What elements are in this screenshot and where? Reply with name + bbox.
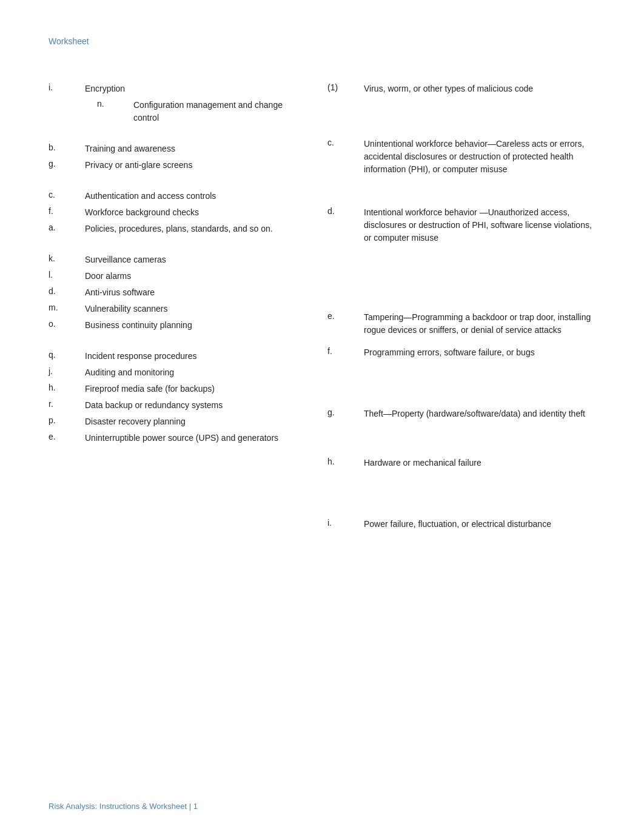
list-item: m. Vulnerability scanners xyxy=(49,303,297,315)
list-item: k. Surveillance cameras xyxy=(49,253,297,266)
list-item: p. Disaster recovery planning xyxy=(49,415,297,428)
right-label-g: g. xyxy=(327,407,364,417)
group-encryption: i. Encryption n. Configuration managemen… xyxy=(49,82,297,124)
group-surveillance: k. Surveillance cameras l. Door alarms d… xyxy=(49,253,297,332)
item-label-h: h. xyxy=(49,383,85,395)
right-label-c: c. xyxy=(327,138,364,147)
item-label-n: n. xyxy=(97,99,133,124)
list-item: c. Authentication and access controls xyxy=(49,190,297,203)
item-text-incident: Incident response procedures xyxy=(85,350,196,363)
right-text-theft: Theft—Property (hardware/software/data) … xyxy=(364,407,585,420)
item-text-fireproof: Fireproof media safe (for backups) xyxy=(85,383,215,395)
right-text-programming: Programming errors, software failure, or… xyxy=(364,346,535,359)
right-item-intentional: d. Intentional workforce behavior —Unaut… xyxy=(327,206,595,244)
right-text-hardware: Hardware or mechanical failure xyxy=(364,457,481,469)
right-item-theft: g. Theft—Property (hardware/software/dat… xyxy=(327,407,595,420)
item-text-backup: Data backup or redundancy systems xyxy=(85,399,223,412)
list-item: j. Auditing and monitoring xyxy=(49,366,297,379)
list-item: n. Configuration management and change c… xyxy=(97,99,297,124)
right-text-virus: Virus, worm, or other types of malicious… xyxy=(364,82,533,95)
item-text-workforce: Workforce background checks xyxy=(85,206,199,219)
right-label-d: d. xyxy=(327,206,364,216)
list-item: (1) Virus, worm, or other types of malic… xyxy=(327,82,595,95)
list-item: f. Programming errors, software failure,… xyxy=(327,346,595,359)
item-text-policies: Policies, procedures, plans, standards, … xyxy=(85,223,273,235)
list-item: g. Theft—Property (hardware/software/dat… xyxy=(327,407,595,420)
item-label-d: d. xyxy=(49,286,85,299)
group-incident: q. Incident response procedures j. Audit… xyxy=(49,350,297,444)
item-label-c: c. xyxy=(49,190,85,203)
item-label-o: o. xyxy=(49,319,85,332)
right-item-unintentional: c. Unintentional workforce behavior—Care… xyxy=(327,138,595,176)
item-label-l: l. xyxy=(49,270,85,283)
item-text-encryption: Encryption xyxy=(85,82,125,95)
item-text-business: Business continuity planning xyxy=(85,319,192,332)
list-item: a. Policies, procedures, plans, standard… xyxy=(49,223,297,235)
item-text-door: Door alarms xyxy=(85,270,131,283)
right-label-f: f. xyxy=(327,346,364,359)
item-text-antivirus: Anti-virus software xyxy=(85,286,155,299)
right-item-tampering: e. Tampering—Programming a backdoor or t… xyxy=(327,311,595,337)
list-item: i. Power failure, fluctuation, or electr… xyxy=(327,518,595,531)
list-item: e. Uninterruptible power source (UPS) an… xyxy=(49,432,297,444)
list-item: d. Anti-virus software xyxy=(49,286,297,299)
right-text-intentional: Intentional workforce behavior —Unauthor… xyxy=(364,206,595,244)
item-label-i: i. xyxy=(49,82,85,95)
right-item-hardware: h. Hardware or mechanical failure xyxy=(327,457,595,469)
right-item-power: i. Power failure, fluctuation, or electr… xyxy=(327,518,595,531)
group-training: b. Training and awareness g. Privacy or … xyxy=(49,143,297,172)
left-column: i. Encryption n. Configuration managemen… xyxy=(49,82,309,463)
right-label-e: e. xyxy=(327,311,364,321)
item-text-privacy: Privacy or anti-glare screens xyxy=(85,159,192,172)
item-label-g: g. xyxy=(49,159,85,172)
item-label-j: j. xyxy=(49,366,85,379)
item-label-p: p. xyxy=(49,415,85,428)
list-item: e. Tampering—Programming a backdoor or t… xyxy=(327,311,595,337)
item-label-q: q. xyxy=(49,350,85,363)
list-item: l. Door alarms xyxy=(49,270,297,283)
right-column: (1) Virus, worm, or other types of malic… xyxy=(309,82,595,548)
right-text-power: Power failure, fluctuation, or electrica… xyxy=(364,518,551,531)
list-item: q. Incident response procedures xyxy=(49,350,297,363)
item-text-auditing: Auditing and monitoring xyxy=(85,366,174,379)
list-item: h. Fireproof media safe (for backups) xyxy=(49,383,297,395)
group-authentication: c. Authentication and access controls f.… xyxy=(49,190,297,235)
list-item: r. Data backup or redundancy systems xyxy=(49,399,297,412)
list-item: d. Intentional workforce behavior —Unaut… xyxy=(327,206,595,244)
list-item: g. Privacy or anti-glare screens xyxy=(49,159,297,172)
list-item: i. Encryption xyxy=(49,82,297,95)
item-text-surveillance: Surveillance cameras xyxy=(85,253,166,266)
page: Worksheet i. Encryption n. Configuration… xyxy=(0,0,644,835)
right-label-1: (1) xyxy=(327,82,364,95)
right-label-i: i. xyxy=(327,518,364,531)
list-item: h. Hardware or mechanical failure xyxy=(327,457,595,469)
footer-text: Risk Analysis: Instructions & Worksheet … xyxy=(49,802,198,811)
item-text-ups: Uninterruptible power source (UPS) and g… xyxy=(85,432,278,444)
worksheet-link[interactable]: Worksheet xyxy=(49,36,89,46)
main-content: i. Encryption n. Configuration managemen… xyxy=(49,82,595,548)
right-text-unintentional: Unintentional workforce behavior—Careles… xyxy=(364,138,595,176)
item-label-f: f. xyxy=(49,206,85,219)
list-item: o. Business continuity planning xyxy=(49,319,297,332)
right-text-tampering: Tampering—Programming a backdoor or trap… xyxy=(364,311,595,337)
item-text-vulnerability: Vulnerability scanners xyxy=(85,303,167,315)
right-label-h: h. xyxy=(327,457,364,469)
item-label-r: r. xyxy=(49,399,85,412)
item-text-config: Configuration management and change cont… xyxy=(133,99,297,124)
item-text-disaster: Disaster recovery planning xyxy=(85,415,186,428)
item-label-m: m. xyxy=(49,303,85,315)
item-label-e: e. xyxy=(49,432,85,444)
item-text-auth: Authentication and access controls xyxy=(85,190,216,203)
item-label-k: k. xyxy=(49,253,85,266)
item-label-b: b. xyxy=(49,143,85,155)
right-item-programming: f. Programming errors, software failure,… xyxy=(327,346,595,359)
item-label-a: a. xyxy=(49,223,85,235)
item-text-training: Training and awareness xyxy=(85,143,175,155)
footer: Risk Analysis: Instructions & Worksheet … xyxy=(49,802,198,811)
list-item: b. Training and awareness xyxy=(49,143,297,155)
list-item: c. Unintentional workforce behavior—Care… xyxy=(327,138,595,176)
list-item: f. Workforce background checks xyxy=(49,206,297,219)
right-item-virus: (1) Virus, worm, or other types of malic… xyxy=(327,82,595,95)
